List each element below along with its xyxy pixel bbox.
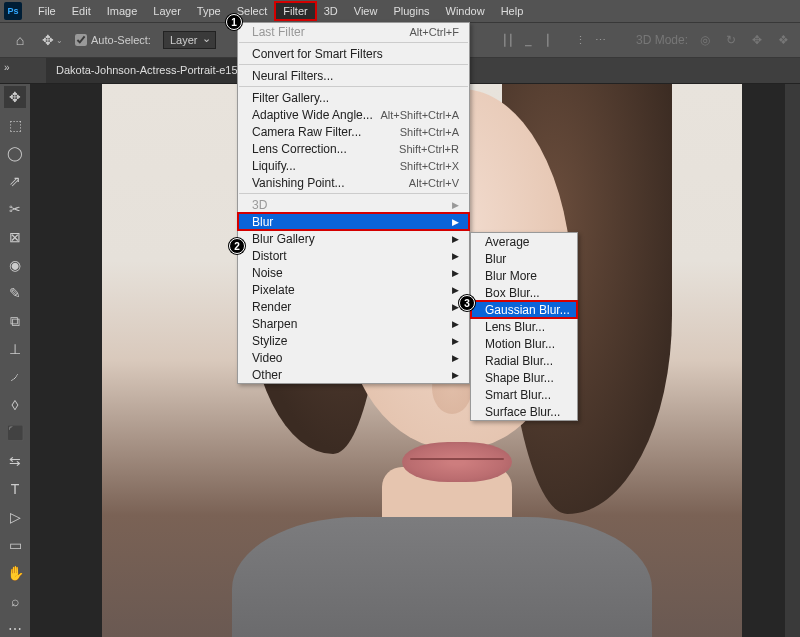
menu-edit[interactable]: Edit xyxy=(64,2,99,20)
filter-sharpen[interactable]: Sharpen▶ xyxy=(238,315,469,332)
orbit-icon: ◎ xyxy=(696,31,714,49)
callout-2: 2 xyxy=(229,238,245,254)
callout-1: 1 xyxy=(226,14,242,30)
menu-layer[interactable]: Layer xyxy=(145,2,189,20)
layer-select[interactable]: Layer xyxy=(163,31,217,49)
crop-tool[interactable]: ✂ xyxy=(4,198,26,220)
move-tool[interactable]: ✥ xyxy=(4,86,26,108)
filter-last: Last FilterAlt+Ctrl+F xyxy=(238,23,469,40)
align-icon[interactable]: ⎮ xyxy=(540,32,556,48)
type-tool[interactable]: T xyxy=(4,478,26,500)
blur-gaussian[interactable]: Gaussian Blur... xyxy=(471,301,577,318)
filter-blur-gallery[interactable]: Blur Gallery▶ xyxy=(238,230,469,247)
blur-average[interactable]: Average xyxy=(471,233,577,250)
filter-noise[interactable]: Noise▶ xyxy=(238,264,469,281)
healing-tool[interactable]: ✎ xyxy=(4,282,26,304)
brush-tool[interactable]: ⧉ xyxy=(4,310,26,332)
scale-icon: ❖ xyxy=(774,31,792,49)
filter-video[interactable]: Video▶ xyxy=(238,349,469,366)
main-menubar: Ps File Edit Image Layer Type Select Fil… xyxy=(0,0,800,22)
scrollbar-vertical[interactable] xyxy=(785,84,800,637)
path-tool[interactable]: ▷ xyxy=(4,506,26,528)
blur-smart[interactable]: Smart Blur... xyxy=(471,386,577,403)
quick-select-tool[interactable]: ⇗ xyxy=(4,170,26,192)
menu-filter[interactable]: Filter xyxy=(275,2,315,20)
menu-3d[interactable]: 3D xyxy=(316,2,346,20)
filter-distort[interactable]: Distort▶ xyxy=(238,247,469,264)
filter-neural[interactable]: Neural Filters... xyxy=(238,67,469,84)
distribute-icon[interactable]: ⋮ xyxy=(572,32,588,48)
lasso-tool[interactable]: ◯ xyxy=(4,142,26,164)
auto-select-checkbox[interactable]: Auto-Select: xyxy=(75,34,151,46)
more-icon[interactable]: ⋯ xyxy=(592,32,608,48)
menu-plugins[interactable]: Plugins xyxy=(385,2,437,20)
eyedropper-tool[interactable]: ◉ xyxy=(4,254,26,276)
filter-other[interactable]: Other▶ xyxy=(238,366,469,383)
filter-render[interactable]: Render▶ xyxy=(238,298,469,315)
blur-radial[interactable]: Radial Blur... xyxy=(471,352,577,369)
filter-liquify[interactable]: Liquify...Shift+Ctrl+X xyxy=(238,157,469,174)
gradient-tool[interactable]: ⬛ xyxy=(4,422,26,444)
callout-3: 3 xyxy=(459,295,475,311)
3d-mode-group: 3D Mode: ◎ ↻ ✥ ❖ xyxy=(636,31,792,49)
expand-panels-icon[interactable]: » xyxy=(4,62,10,73)
filter-gallery[interactable]: Filter Gallery... xyxy=(238,89,469,106)
menu-help[interactable]: Help xyxy=(493,2,532,20)
ps-logo-icon: Ps xyxy=(4,2,22,20)
menu-type[interactable]: Type xyxy=(189,2,229,20)
filter-stylize[interactable]: Stylize▶ xyxy=(238,332,469,349)
edit-toolbar[interactable]: ⋯ xyxy=(4,618,26,637)
auto-select-label: Auto-Select: xyxy=(91,34,151,46)
hand-tool[interactable]: ✋ xyxy=(4,562,26,584)
align-icon[interactable]: ⎯ xyxy=(520,32,536,48)
blur-more[interactable]: Blur More xyxy=(471,267,577,284)
align-icon[interactable]: ⎮⎮ xyxy=(500,32,516,48)
auto-select-input[interactable] xyxy=(75,34,87,46)
eraser-tool[interactable]: ◊ xyxy=(4,394,26,416)
filter-3d: 3D▶ xyxy=(238,196,469,213)
blur-lens[interactable]: Lens Blur... xyxy=(471,318,577,335)
blur-surface[interactable]: Surface Blur... xyxy=(471,403,577,420)
toolbox: ✥ ⬚ ◯ ⇗ ✂ ⊠ ◉ ✎ ⧉ ⊥ ⟋ ◊ ⬛ ⇆ T ▷ ▭ ✋ ⌕ ⋯ xyxy=(0,84,30,637)
rotate-icon: ↻ xyxy=(722,31,740,49)
blur-tool[interactable]: ⇆ xyxy=(4,450,26,472)
document-tab[interactable]: Dakota-Johnson-Actress-Portrait-e1522 xyxy=(46,58,260,83)
blur-submenu: Average Blur Blur More Box Blur... Gauss… xyxy=(470,232,578,421)
frame-tool[interactable]: ⊠ xyxy=(4,226,26,248)
menu-window[interactable]: Window xyxy=(438,2,493,20)
filter-smart[interactable]: Convert for Smart Filters xyxy=(238,45,469,62)
filter-blur[interactable]: Blur▶ xyxy=(238,213,469,230)
filter-menu: Last FilterAlt+Ctrl+F Convert for Smart … xyxy=(237,22,470,384)
blur-shape[interactable]: Shape Blur... xyxy=(471,369,577,386)
pan-icon: ✥ xyxy=(748,31,766,49)
shape-tool[interactable]: ▭ xyxy=(4,534,26,556)
history-brush-tool[interactable]: ⟋ xyxy=(4,366,26,388)
3d-mode-label: 3D Mode: xyxy=(636,33,688,47)
marquee-tool[interactable]: ⬚ xyxy=(4,114,26,136)
home-icon[interactable]: ⌂ xyxy=(10,30,30,50)
stamp-tool[interactable]: ⊥ xyxy=(4,338,26,360)
filter-lens[interactable]: Lens Correction...Shift+Ctrl+R xyxy=(238,140,469,157)
move-tool-icon[interactable]: ✥⌄ xyxy=(42,32,63,48)
menu-view[interactable]: View xyxy=(346,2,386,20)
zoom-tool[interactable]: ⌕ xyxy=(4,590,26,612)
menu-file[interactable]: File xyxy=(30,2,64,20)
blur-box[interactable]: Box Blur... xyxy=(471,284,577,301)
align-group: ⎮⎮ ⎯ ⎮ ⋮ ⋯ xyxy=(500,32,608,48)
blur-blur[interactable]: Blur xyxy=(471,250,577,267)
filter-wideangle[interactable]: Adaptive Wide Angle...Alt+Shift+Ctrl+A xyxy=(238,106,469,123)
filter-pixelate[interactable]: Pixelate▶ xyxy=(238,281,469,298)
blur-motion[interactable]: Motion Blur... xyxy=(471,335,577,352)
filter-vanishing[interactable]: Vanishing Point...Alt+Ctrl+V xyxy=(238,174,469,191)
filter-camera-raw[interactable]: Camera Raw Filter...Shift+Ctrl+A xyxy=(238,123,469,140)
menu-image[interactable]: Image xyxy=(99,2,146,20)
